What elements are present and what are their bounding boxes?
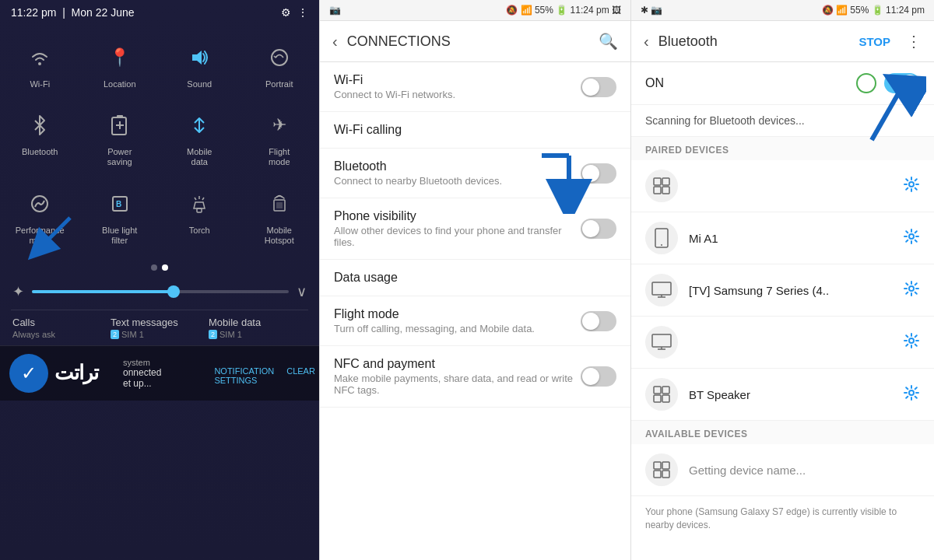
flight-mode-row: Flight mode Turn off calling, messaging,… [334, 307, 616, 334]
quick-tile-portrait[interactable]: Portrait [240, 31, 320, 99]
svg-rect-18 [662, 178, 669, 185]
wifi-toggle[interactable] [581, 77, 616, 97]
quick-tile-performance[interactable]: Performancemode [0, 177, 80, 255]
sound-icon [182, 40, 216, 75]
quick-tile-wifi[interactable]: Wi-Fi [0, 31, 80, 99]
flight-mode-toggle[interactable] [581, 311, 616, 331]
search-button[interactable]: 🔍 [599, 32, 618, 51]
quick-tile-hotspot[interactable]: MobileHotspot [240, 177, 320, 255]
back-button[interactable]: ‹ [332, 33, 338, 51]
calls-item: Calls Always ask [12, 317, 111, 339]
quick-tile-location[interactable]: 📍 Location [80, 31, 160, 99]
brightness-icon: ✦ [12, 283, 24, 300]
device-item-0[interactable] [631, 160, 934, 212]
bluetooth-setting-sub: Connect to nearby Bluetooth devices. [334, 175, 502, 187]
wifi-calling-setting[interactable]: Wi-Fi calling [320, 112, 630, 149]
pagination-dots [0, 261, 319, 274]
quick-tile-blue-light[interactable]: B Blue lightfilter [80, 177, 160, 255]
bluetooth-back-button[interactable]: ‹ [644, 33, 649, 51]
device-item-bt-speaker[interactable]: BT Speaker [631, 369, 934, 421]
right-panel: ✱ 📷 🔕 📶 55% 🔋 11:24 pm ‹ Bluetooth STOP … [630, 0, 934, 560]
device-gear-0[interactable] [903, 176, 920, 197]
nfc-toggle[interactable] [581, 366, 616, 387]
gear-icon[interactable]: ⚙ [281, 6, 291, 19]
bluetooth-toggle[interactable] [581, 163, 616, 184]
performance-label: Performancemode [16, 226, 65, 246]
stop-button[interactable]: STOP [859, 35, 890, 48]
notif-app: system [123, 358, 161, 367]
device-gear-3[interactable] [903, 332, 920, 353]
svg-rect-41 [662, 471, 669, 478]
bluetooth-setting[interactable]: Bluetooth Connect to nearby Bluetooth de… [320, 149, 630, 198]
text-title: Text messages [111, 317, 209, 328]
device-item-tv[interactable]: [TV] Samsung 7 Series (4.. [631, 264, 934, 317]
quick-tile-sound[interactable]: Sound [160, 31, 240, 99]
on-row: ON [631, 62, 934, 105]
text-sub: 2 SIM 1 [111, 330, 209, 339]
svg-rect-33 [654, 387, 661, 394]
device-item-mi-a1[interactable]: Mi A1 [631, 212, 934, 264]
bluetooth-icon [23, 108, 57, 142]
bluetooth-more-icon[interactable]: ⋮ [906, 32, 922, 51]
svg-rect-11 [197, 208, 202, 212]
quick-tile-bluetooth[interactable]: Bluetooth [0, 99, 80, 177]
device-name-mi-a1: Mi A1 [689, 232, 892, 245]
device-gear-mi-a1[interactable] [903, 228, 920, 249]
wifi-calling-row: Wi-Fi calling [334, 123, 616, 137]
mobile-data-label: Mobiledata [187, 147, 212, 167]
device-icon-mi-a1 [645, 222, 678, 254]
nfc-setting[interactable]: NFC and payment Make mobile payments, sh… [320, 346, 630, 408]
hotspot-label: MobileHotspot [265, 226, 294, 246]
wifi-setting-row: Wi-Fi Connect to Wi-Fi networks. [334, 73, 616, 100]
svg-rect-4 [117, 115, 123, 117]
notif-settings-btn[interactable]: NOTIFICATION SETTINGS [214, 366, 274, 385]
more-icon[interactable]: ⋮ [297, 6, 308, 19]
wifi-toggle-thumb [582, 79, 599, 96]
torch-icon [182, 187, 216, 221]
notif-clear-btn[interactable]: CLEAR [286, 366, 315, 385]
device-gear-tv[interactable] [903, 280, 920, 301]
blue-light-icon: B [103, 187, 137, 221]
on-toggle[interactable] [884, 73, 920, 93]
quick-tile-flight-mode[interactable]: ✈ Flightmode [240, 99, 320, 177]
quick-tile-mobile-data[interactable]: Mobiledata [160, 99, 240, 177]
bluetooth-content: ON Scanning for Bluetooth devices... PAI… [631, 62, 934, 560]
right-status-right: 🔕 📶 55% 🔋 11:24 pm [822, 5, 925, 16]
svg-point-2 [272, 50, 287, 65]
wifi-setting[interactable]: Wi-Fi Connect to Wi-Fi networks. [320, 62, 630, 112]
flight-mode-info: Flight mode Turn off calling, messaging,… [334, 307, 535, 334]
device-item-available-0[interactable]: Getting device name... [631, 444, 934, 496]
svg-text:B: B [116, 200, 121, 208]
bluetooth-setting-title: Bluetooth [334, 159, 502, 173]
device-item-3[interactable] [631, 317, 934, 369]
footer-text: Your phone (Samsung Galaxy S7 edge) is c… [631, 496, 934, 541]
data-usage-setting[interactable]: Data usage [320, 260, 630, 296]
quick-tile-power-saving[interactable]: Powersaving [80, 99, 160, 177]
device-icon-0 [645, 170, 678, 202]
right-status-left: ✱ 📷 [641, 5, 662, 16]
calls-sub: Always ask [12, 330, 111, 339]
dot-1 [151, 264, 157, 271]
notif-actions: NOTIFICATION SETTINGS CLEAR [169, 362, 314, 385]
hotspot-icon [262, 187, 297, 221]
sound-label: Sound [187, 79, 212, 89]
middle-panel: 📷 🔕 📶 55% 🔋 11:24 pm 🖼 ‹ CONNECTIONS 🔍 W… [319, 0, 630, 560]
brightness-slider[interactable] [32, 290, 289, 293]
quick-tile-torch[interactable]: Torch [160, 177, 240, 255]
quick-tiles-grid: Wi-Fi 📍 Location Sound [0, 25, 319, 261]
svg-rect-19 [654, 187, 661, 194]
phone-visibility-title: Phone visibility [334, 209, 581, 223]
svg-rect-17 [654, 178, 661, 185]
svg-rect-29 [652, 334, 671, 347]
expand-icon[interactable]: ∨ [297, 283, 307, 300]
flight-mode-setting[interactable]: Flight mode Turn off calling, messaging,… [320, 296, 630, 346]
svg-rect-20 [662, 187, 669, 194]
data-item: Mobile data 2 SIM 1 [209, 317, 307, 339]
sim-row: Calls Always ask Text messages 2 SIM 1 M… [0, 310, 319, 345]
brightness-thumb [167, 285, 180, 298]
phone-visibility-toggle[interactable] [581, 219, 616, 239]
phone-visibility-setting[interactable]: Phone visibility Allow other devices to … [320, 198, 630, 260]
device-gear-bt-speaker[interactable] [903, 384, 920, 405]
wifi-icon [23, 40, 57, 75]
text-item: Text messages 2 SIM 1 [111, 317, 209, 339]
